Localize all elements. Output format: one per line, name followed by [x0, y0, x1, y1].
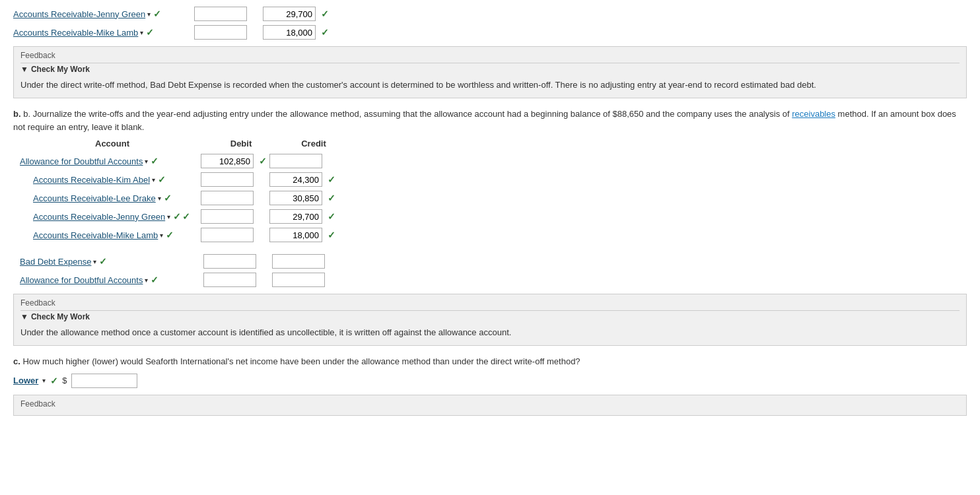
section-c-question: c. How much higher (lower) would Seafort… — [13, 355, 967, 368]
dollar-sign: $ — [62, 376, 67, 385]
b-row-allowance: Allowance for Doubtful Accounts ▾ ✓ ✓ — [20, 154, 967, 168]
debit-bad-debt — [203, 254, 269, 269]
check-lee-account: ✓ — [164, 193, 172, 203]
dropdown-mike-b[interactable]: ▾ — [160, 232, 163, 239]
debit-jenny-b — [201, 209, 267, 224]
debit-input-jenny[interactable] — [194, 7, 247, 21]
account-link-bad-debt[interactable]: Bad Debt Expense — [20, 257, 91, 267]
credit-input-lee[interactable] — [269, 191, 322, 205]
credit-lee: ✓ — [269, 191, 335, 205]
debit-allowance2 — [203, 273, 269, 287]
dropdown-arrow-mike[interactable]: ▾ — [140, 29, 143, 36]
check-mike-b-account: ✓ — [166, 230, 174, 240]
check-mike-account: ✓ — [146, 27, 154, 38]
check-jenny-b-account: ✓ — [173, 211, 181, 222]
debit-input-bad-debt[interactable] — [203, 254, 256, 269]
dropdown-lee[interactable]: ▾ — [158, 195, 161, 202]
credit-jenny-b: ✓ — [269, 209, 335, 224]
account-link-lee[interactable]: Accounts Receivable-Lee Drake — [33, 193, 156, 203]
dropdown-jenny-b[interactable]: ▾ — [167, 213, 170, 220]
check-jenny-b-credit: ✓ — [328, 211, 335, 222]
section-b-intro-text: b. Journalize the write-offs and the yea… — [23, 109, 789, 119]
credit-input-allowance-b[interactable] — [269, 154, 322, 168]
credit-input-jenny-b[interactable] — [269, 209, 322, 224]
feedback-b-section: Feedback ▼ Check My Work Under the allow… — [13, 294, 967, 346]
account-mike-lamb: Accounts Receivable-Mike Lamb ▾ ✓ — [13, 27, 192, 38]
credit-input-bad-debt[interactable] — [272, 254, 325, 269]
dropdown-allowance-b[interactable]: ▾ — [145, 158, 148, 165]
b-label: b. — [13, 109, 21, 119]
dropdown-kim[interactable]: ▾ — [152, 176, 155, 183]
debit-input-allowance2[interactable] — [203, 273, 256, 287]
check-mike-b-credit: ✓ — [328, 230, 335, 240]
check-lower: ✓ — [50, 376, 58, 386]
feedback-a-divider — [20, 63, 960, 63]
debit-lee — [201, 191, 267, 205]
credit-input-mike-b[interactable] — [269, 228, 322, 242]
lower-dropdown[interactable]: Lower — [13, 376, 38, 385]
check-bad-debt-account: ✓ — [99, 256, 107, 267]
check-jenny-b-extra: ✓ — [182, 211, 190, 222]
journal-section: Account Debit Credit Allowance for Doubt… — [20, 139, 967, 287]
debit-input-jenny-b[interactable] — [201, 209, 254, 224]
account-link-jenny[interactable]: Accounts Receivable-Jenny Green — [13, 9, 145, 19]
check-lee-credit: ✓ — [328, 193, 335, 203]
b-row-allowance2: Allowance for Doubtful Accounts ▾ ✓ — [20, 273, 967, 287]
dropdown-arrow-jenny[interactable]: ▾ — [147, 11, 151, 18]
debit-allowance-b: ✓ — [201, 154, 267, 168]
check-my-work-a-header[interactable]: ▼ Check My Work — [20, 65, 960, 74]
debit-input-allowance-b[interactable] — [201, 154, 254, 168]
debit-input-lee[interactable] — [201, 191, 254, 205]
account-mike-b: Accounts Receivable-Mike Lamb ▾ ✓ — [33, 230, 198, 240]
dropdown-bad-debt[interactable]: ▾ — [93, 258, 96, 265]
credit-allowance2 — [272, 273, 338, 287]
account-link-jenny-b[interactable]: Accounts Receivable-Jenny Green — [33, 212, 165, 222]
dropdown-allowance2[interactable]: ▾ — [145, 277, 148, 284]
account-link-mike[interactable]: Accounts Receivable-Mike Lamb — [13, 28, 138, 38]
check-debit-allowance-b: ✓ — [259, 156, 267, 166]
check-allowance-b: ✓ — [151, 156, 158, 166]
lower-dropdown-arrow[interactable]: ▾ — [42, 377, 46, 384]
account-link-mike-b[interactable]: Accounts Receivable-Mike Lamb — [33, 230, 158, 240]
credit-input-kim[interactable] — [269, 172, 322, 187]
section-b-intro: b. b. Journalize the write-offs and the … — [13, 108, 967, 133]
credit-allowance-b — [269, 154, 335, 168]
account-bad-debt: Bad Debt Expense ▾ ✓ — [20, 256, 165, 267]
credit-kim: ✓ — [269, 172, 335, 187]
account-allowance2: Allowance for Doubtful Accounts ▾ ✓ — [20, 275, 165, 285]
credit-bad-debt — [272, 254, 338, 269]
check-my-work-b-header[interactable]: ▼ Check My Work — [20, 312, 960, 321]
feedback-a-text: Under the direct write-off method, Bad D… — [20, 77, 960, 94]
debit-input-mike[interactable] — [194, 25, 247, 40]
b-row-jenny: Accounts Receivable-Jenny Green ▾ ✓ ✓ ✓ — [20, 209, 967, 224]
debit-mike-b — [201, 228, 267, 242]
account-allowance-b: Allowance for Doubtful Accounts ▾ ✓ — [20, 156, 198, 166]
feedback-c-label: Feedback — [20, 399, 960, 409]
account-jenny-b: Accounts Receivable-Jenny Green ▾ ✓ ✓ — [33, 211, 198, 222]
check-allowance2-account: ✓ — [151, 275, 158, 285]
feedback-b-text: Under the allowance method once a custom… — [20, 324, 960, 341]
debit-kim — [201, 172, 267, 187]
credit-input-jenny[interactable] — [263, 7, 316, 21]
header-account: Account — [20, 139, 205, 148]
lower-value-input[interactable] — [71, 374, 137, 388]
b-row-kim: Accounts Receivable-Kim Abel ▾ ✓ ✓ — [20, 172, 967, 187]
receivables-link[interactable]: receivables — [792, 109, 835, 119]
account-link-kim[interactable]: Accounts Receivable-Kim Abel — [33, 175, 150, 185]
credit-mike-b: ✓ — [269, 228, 335, 242]
feedback-a-label: Feedback — [20, 51, 960, 60]
b-row-bad-debt: Bad Debt Expense ▾ ✓ — [20, 254, 967, 269]
spacer-b — [20, 246, 967, 254]
debit-input-mike-b[interactable] — [201, 228, 254, 242]
credit-input-mike[interactable] — [263, 25, 316, 40]
credit-mike: ✓ — [263, 25, 329, 40]
feedback-c-section: Feedback — [13, 395, 967, 416]
feedback-b-divider — [20, 310, 960, 311]
account-link-allowance2[interactable]: Allowance for Doubtful Accounts — [20, 275, 143, 285]
debit-input-kim[interactable] — [201, 172, 254, 187]
credit-input-allowance2[interactable] — [272, 273, 325, 287]
header-credit: Credit — [277, 139, 350, 148]
account-link-allowance-b[interactable]: Allowance for Doubtful Accounts — [20, 156, 143, 166]
header-debit: Debit — [205, 139, 277, 148]
feedback-b-label: Feedback — [20, 298, 960, 308]
